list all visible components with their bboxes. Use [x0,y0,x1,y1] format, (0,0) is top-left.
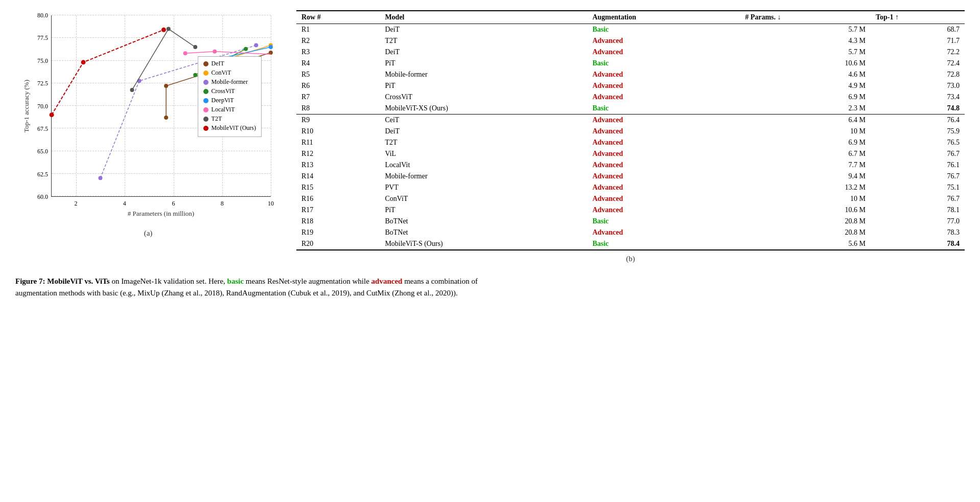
cell-top1: 68.7 [871,24,965,36]
cell-params: 4.6 M [740,69,871,80]
x-tick-10: 10 [268,200,274,208]
cell-augmentation: Advanced [587,193,740,204]
cell-row-num: R2 [296,35,380,47]
cell-row-num: R12 [296,148,380,159]
results-table: Row # Model Augmentation # Params. ↓ Top… [296,10,965,250]
col-header-row: Row # [296,11,380,24]
table-header-row: Row # Model Augmentation # Params. ↓ Top… [296,11,965,24]
y-tick-650: 65.0 [37,148,48,155]
cell-model: Mobile-former [380,69,587,80]
cell-params: 6.9 M [740,92,871,103]
y-tick-700: 70.0 [37,102,48,110]
cell-top1: 73.0 [871,80,965,92]
cell-top1: 72.8 [871,69,965,80]
table-row: R16ConViTAdvanced10 M76.7 [296,193,965,204]
y-tick-725: 72.5 [37,80,48,87]
legend-item-crossvit: CrossViT [203,87,256,95]
cell-top1: 71.7 [871,35,965,47]
table-row: R7CrossViTAdvanced6.9 M73.4 [296,92,965,103]
cell-model: MobileViT-S (Ours) [380,238,587,250]
table-row: R15PVTAdvanced13.2 M75.1 [296,182,965,193]
cell-augmentation: Advanced [587,47,740,58]
cell-augmentation: Advanced [587,69,740,80]
col-header-params: # Params. ↓ [740,11,871,24]
caption-text1: on ImageNet-1k validation set. Here, [111,277,227,285]
cell-model: PVT [380,182,587,193]
cell-top1: 73.4 [871,92,965,103]
figure-container: Top-1 accuracy (%) 60.0 62.5 65.0 67.5 7… [15,10,965,263]
legend-item-deit: DeIT [203,60,256,67]
table-row: R10DeiTAdvanced10 M75.9 [296,126,965,137]
table-row: R8MobileViT-XS (Ours)Basic2.3 M74.8 [296,103,965,115]
cell-top1: 72.2 [871,47,965,58]
cell-augmentation: Advanced [587,92,740,103]
y-tick-800: 80.0 [37,12,48,19]
cell-params: 2.3 M [740,103,871,115]
figure-caption: Figure 7: MobileViT vs. ViTs on ImageNet… [15,276,506,299]
deepvit-point-2 [269,45,273,49]
cell-augmentation: Basic [587,216,740,227]
legend-dot-deepvit [203,98,208,103]
col-header-aug: Augmentation [587,11,740,24]
cell-augmentation: Advanced [587,204,740,216]
table-row: R19BoTNetAdvanced20.8 M78.3 [296,227,965,238]
col-header-model: Model [380,11,587,24]
cell-top1: 72.4 [871,58,965,69]
cell-row-num: R19 [296,227,380,238]
t2t-point-3 [193,45,197,49]
table-row: R4PiTBasic10.6 M72.4 [296,58,965,69]
table-row: R5Mobile-formerAdvanced4.6 M72.8 [296,69,965,80]
cell-row-num: R16 [296,193,380,204]
cell-row-num: R20 [296,238,380,250]
cell-augmentation: Advanced [587,171,740,182]
legend-dot-mobileformer [203,80,208,85]
table-section: Row # Model Augmentation # Params. ↓ Top… [296,10,965,263]
cell-row-num: R14 [296,171,380,182]
cell-params: 10.6 M [740,58,871,69]
t2t-point-2 [167,27,171,31]
cell-augmentation: Advanced [587,227,740,238]
cell-model: DeiT [380,47,587,58]
cell-top1: 76.7 [871,193,965,204]
subfig-a-label: (a) [144,229,153,238]
cell-row-num: R6 [296,80,380,92]
cell-params: 10 M [740,126,871,137]
cell-params: 7.7 M [740,159,871,171]
table-row: R18BoTNetBasic20.8 M77.0 [296,216,965,227]
caption-advanced-word: advanced [371,277,403,285]
caption-text2: means ResNet-style augmentation while [246,277,371,285]
cell-augmentation: Advanced [587,159,740,171]
cell-params: 20.8 M [740,216,871,227]
cell-row-num: R17 [296,204,380,216]
legend-dot-deit [203,61,208,66]
cell-params: 4.9 M [740,80,871,92]
table-row: R2T2TAdvanced4.3 M71.7 [296,35,965,47]
cell-row-num: R5 [296,69,380,80]
mobilevit-point-1 [50,112,54,117]
cell-top1: 76.4 [871,115,965,126]
cell-row-num: R15 [296,182,380,193]
table-row: R1DeiTBasic5.7 M68.7 [296,24,965,36]
cell-model: MobileViT-XS (Ours) [380,103,587,115]
cell-top1: 77.0 [871,216,965,227]
legend-label-convit: ConViT [212,69,231,77]
y-tick-600: 60.0 [37,193,48,201]
chart-section: Top-1 accuracy (%) 60.0 62.5 65.0 67.5 7… [15,10,281,238]
cell-augmentation: Advanced [587,35,740,47]
cell-augmentation: Advanced [587,115,740,126]
deit-point-2 [164,84,168,88]
cell-augmentation: Advanced [587,126,740,137]
cell-params: 10.6 M [740,204,871,216]
cell-model: T2T [380,35,587,47]
cell-augmentation: Advanced [587,148,740,159]
table-row: R20MobileViT-S (Ours)Basic5.6 M78.4 [296,238,965,250]
cell-augmentation: Basic [587,58,740,69]
cell-top1: 76.1 [871,159,965,171]
cell-row-num: R3 [296,47,380,58]
legend-dot-crossvit [203,89,208,94]
deit-point-1 [164,116,168,120]
cell-params: 9.4 M [740,171,871,182]
t2t-point-1 [130,88,134,92]
y-tick-750: 75.0 [37,57,48,64]
x-tick-8: 8 [221,200,224,208]
